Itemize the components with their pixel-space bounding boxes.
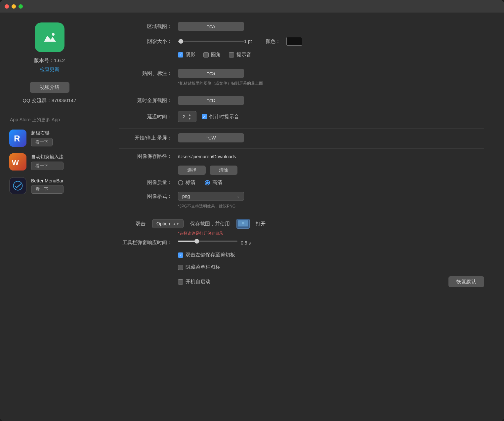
save-clipboard-label: 双击左键保存至剪切板 bbox=[186, 252, 235, 258]
app-name: 超级右键 bbox=[31, 130, 53, 136]
autostart-row: 开机自启动 恢复默认 bbox=[119, 276, 484, 287]
double-click-label: 双击 bbox=[119, 221, 146, 227]
open-text: 打开 bbox=[256, 221, 266, 227]
shadow-checkbox-label: 阴影 bbox=[186, 52, 195, 58]
sound-checkbox-label: 提示音 bbox=[236, 52, 251, 58]
image-format-hint: *JPG不支持透明效果，建议PNG bbox=[178, 204, 484, 209]
shadow-size-row: 阴影大小： 1 pt 颜色： bbox=[119, 37, 484, 46]
app-icon-svg bbox=[41, 28, 59, 46]
toolbar-response-row: 工具栏弹窗响应时间： 0.5 s bbox=[119, 240, 484, 246]
look-button[interactable]: 看一下 bbox=[31, 162, 63, 170]
countdown-label: 倒计时提示音 bbox=[209, 114, 239, 120]
save-path-label: 图像保存路径： bbox=[119, 153, 172, 160]
divider-4 bbox=[119, 148, 484, 149]
chevron-down-icon: ⌄ bbox=[236, 194, 240, 199]
divider-5 bbox=[119, 214, 484, 214]
app-icon bbox=[35, 22, 64, 52]
delay-time-row: 延迟时间： 2 ▲ ▼ 倒计时提示音 bbox=[119, 111, 484, 122]
double-click-hint: *选择访达是打开保存目录 bbox=[178, 231, 484, 236]
sticker-row: 贴图、标注： ⌥S bbox=[119, 69, 484, 78]
record-shortcut[interactable]: ⌥W bbox=[178, 133, 244, 142]
option-value: Option bbox=[156, 221, 170, 226]
option-dropdown[interactable]: Option ▲▼ bbox=[152, 219, 184, 228]
image-format-row: 图像格式： png ⌄ bbox=[119, 192, 484, 201]
color-label: 颜色： bbox=[261, 38, 280, 45]
sticker-label: 贴图、标注： bbox=[119, 70, 172, 77]
hide-menubar-label: 隐藏菜单栏图标 bbox=[186, 264, 220, 270]
toolbar-slider[interactable] bbox=[178, 241, 237, 245]
look-button[interactable]: 看一下 bbox=[31, 138, 53, 146]
rounded-checkbox[interactable] bbox=[203, 52, 209, 57]
delayed-fullscreen-label: 延时全屏截图： bbox=[119, 97, 172, 104]
app-icon-bm bbox=[9, 177, 26, 194]
sticker-shortcut[interactable]: ⌥S bbox=[178, 69, 244, 78]
app-info: Better MenuBar 看一下 bbox=[31, 178, 63, 194]
autostart-checkbox[interactable] bbox=[178, 279, 183, 285]
radio-hd: 高清 bbox=[205, 179, 222, 186]
shadow-size-label: 阴影大小： bbox=[119, 38, 172, 45]
svg-point-2 bbox=[52, 33, 55, 36]
sticker-hint: *把粘贴板里的图像（或文件）贴到屏幕的最上面 bbox=[178, 81, 484, 86]
app-thumbnail[interactable] bbox=[236, 219, 250, 229]
area-screenshot-shortcut[interactable]: ⌥A bbox=[178, 22, 244, 31]
main-settings: 区域截图： ⌥A 阴影大小： 1 pt 颜色： 阴影 bbox=[99, 13, 504, 421]
record-label: 开始/停止 录屏： bbox=[119, 135, 172, 141]
look-button[interactable]: 看一下 bbox=[31, 185, 63, 194]
autostart-label: 开机自启动 bbox=[186, 279, 210, 285]
image-format-value: png bbox=[182, 194, 190, 199]
svg-point-12 bbox=[242, 222, 244, 224]
save-clipboard-row: 双击左键保存至剪切板 bbox=[119, 252, 484, 258]
maximize-button[interactable] bbox=[19, 4, 23, 9]
list-item: Better MenuBar 看一下 bbox=[7, 177, 92, 194]
delay-stepper[interactable]: 2 ▲ ▼ bbox=[178, 111, 196, 122]
minimize-button[interactable] bbox=[12, 4, 16, 9]
qq-group-label: QQ 交流群：870060147 bbox=[22, 97, 76, 104]
content-area: 版本号：1.6.2 检查更新 视频介绍 QQ 交流群：870060147 App… bbox=[0, 13, 504, 421]
image-quality-label: 图像质量： bbox=[119, 179, 172, 186]
sound-checkbox[interactable] bbox=[229, 52, 234, 57]
save-clipboard-checkbox[interactable] bbox=[178, 252, 183, 258]
toolbar-value: 0.5 s bbox=[241, 240, 257, 246]
hd-radio[interactable] bbox=[205, 180, 210, 185]
save-path-value: /Users/juemuren/Downloads bbox=[178, 154, 236, 159]
rounded-checkbox-item: 圆角 bbox=[203, 52, 221, 58]
save-screenshot-text: 保存截图，并使用 bbox=[190, 221, 230, 227]
hide-menubar-checkbox[interactable] bbox=[178, 265, 183, 270]
close-button[interactable] bbox=[5, 4, 9, 9]
sidebar: 版本号：1.6.2 检查更新 视频介绍 QQ 交流群：870060147 App… bbox=[0, 13, 99, 421]
check-update-link[interactable]: 检查更新 bbox=[40, 66, 60, 73]
shadow-checkbox[interactable] bbox=[178, 52, 183, 57]
color-swatch[interactable] bbox=[286, 37, 302, 46]
save-clipboard-item: 双击左键保存至剪切板 bbox=[178, 252, 235, 258]
radio-standard: 标清 bbox=[178, 179, 195, 186]
svg-rect-7 bbox=[10, 177, 26, 194]
svg-rect-11 bbox=[238, 227, 248, 227]
countdown-checkbox-item: 倒计时提示音 bbox=[202, 114, 239, 120]
clear-path-button[interactable]: 清除 bbox=[210, 166, 237, 175]
delayed-fullscreen-row: 延时全屏截图： ⌥D bbox=[119, 96, 484, 105]
select-path-button[interactable]: 选择 bbox=[178, 166, 206, 175]
image-format-dropdown[interactable]: png ⌄ bbox=[178, 192, 244, 201]
area-screenshot-label: 区域截图： bbox=[119, 23, 172, 30]
divider-3 bbox=[119, 128, 484, 129]
countdown-checkbox[interactable] bbox=[202, 114, 207, 119]
app-info: 自动切换输入法 看一下 bbox=[31, 154, 63, 170]
titlebar bbox=[0, 0, 504, 13]
video-intro-button[interactable]: 视频介绍 bbox=[30, 82, 69, 93]
standard-radio[interactable] bbox=[178, 180, 183, 185]
restore-defaults-button[interactable]: 恢复默认 bbox=[448, 276, 484, 287]
stepper-arrows: ▲ ▼ bbox=[188, 113, 191, 120]
delayed-fullscreen-shortcut[interactable]: ⌥D bbox=[178, 96, 244, 105]
app-info: 超级右键 看一下 bbox=[31, 130, 53, 146]
shadow-options-group: 阴影 圆角 提示音 bbox=[178, 52, 484, 58]
shadow-slider-thumb[interactable] bbox=[179, 39, 183, 44]
image-format-label: 图像格式： bbox=[119, 193, 172, 200]
autostart-item: 开机自启动 bbox=[178, 279, 210, 285]
toolbar-slider-thumb bbox=[194, 239, 199, 244]
shadow-slider-track[interactable] bbox=[178, 41, 244, 42]
hide-menubar-item: 隐藏菜单栏图标 bbox=[178, 264, 220, 270]
image-quality-row: 图像质量： 标清 高清 bbox=[119, 179, 484, 186]
list-item: R 超级右键 看一下 bbox=[7, 130, 92, 147]
path-buttons: 选择 清除 bbox=[178, 166, 484, 175]
record-row: 开始/停止 录屏： ⌥W bbox=[119, 133, 484, 142]
